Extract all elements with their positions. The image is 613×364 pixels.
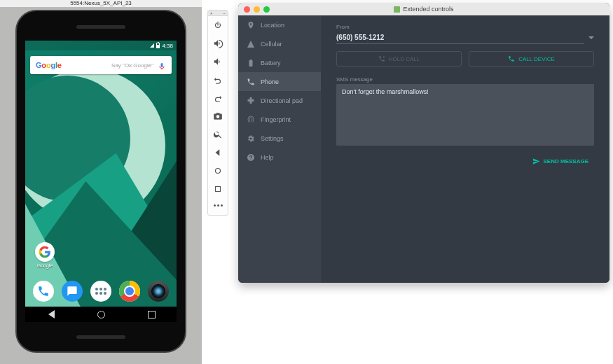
help-icon — [247, 153, 255, 162]
from-dropdown-button[interactable] — [588, 36, 594, 39]
mic-icon[interactable] — [158, 61, 166, 69]
hold-call-label: HOLD CALL — [389, 56, 420, 62]
sidebar-item-fingerprint[interactable]: Fingerprint — [238, 110, 321, 129]
extended-window-title: Extended controls — [238, 6, 609, 13]
toolbar-recents-button[interactable] — [208, 180, 228, 198]
sidebar-item-label: Help — [261, 154, 274, 161]
dpad-icon — [247, 97, 255, 105]
sidebar-item-battery[interactable]: Battery — [238, 53, 321, 72]
chin-bar — [76, 335, 125, 339]
sidebar-item-label: Directional pad — [261, 97, 303, 104]
phone-icon — [37, 285, 50, 298]
nav-recents-button[interactable] — [148, 311, 156, 318]
dock-all-apps[interactable] — [90, 281, 111, 302]
google-search-bar[interactable]: Google Say "Ok Google" — [30, 56, 172, 74]
sidebar-item-dpad[interactable]: Directional pad — [238, 91, 321, 110]
extended-sidebar: Location Cellular Battery Phone Directio… — [238, 15, 321, 283]
toolbar-back-button[interactable] — [208, 144, 228, 162]
dock-messenger-app[interactable] — [62, 281, 83, 302]
battery-icon — [247, 59, 255, 67]
nav-home-button[interactable] — [97, 311, 105, 318]
camera-tool-icon — [213, 111, 223, 121]
fingerprint-icon — [247, 115, 255, 124]
messenger-icon — [67, 286, 78, 297]
power-icon — [213, 20, 223, 30]
sidebar-item-label: Location — [261, 22, 284, 29]
dock-camera-app[interactable] — [148, 281, 169, 302]
sidebar-item-label: Fingerprint — [261, 116, 291, 123]
earpiece — [76, 25, 125, 29]
zoom-icon — [213, 130, 223, 139]
toolbar-rotate-right-button[interactable] — [208, 89, 228, 107]
toolbar-power-button[interactable] — [208, 16, 228, 34]
extended-phone-panel: From HOLD CALL CALL DEVICE SMS message — [321, 15, 609, 283]
extended-title-text: Extended controls — [403, 6, 453, 13]
volume-down-icon — [213, 57, 223, 66]
sidebar-item-label: Cellular — [261, 41, 282, 48]
status-time: 4:38 — [162, 43, 173, 49]
hold-icon — [378, 55, 385, 62]
emulator-toolbar: × − — [207, 10, 228, 216]
sidebar-item-help[interactable]: Help — [238, 148, 321, 167]
search-hint: Say "Ok Google" — [62, 62, 158, 69]
rotate-right-icon — [213, 93, 223, 103]
call-icon — [508, 55, 515, 62]
recents-icon — [213, 184, 223, 194]
send-icon — [532, 158, 540, 165]
toolbar-rotate-left-button[interactable] — [208, 71, 228, 89]
sidebar-item-cellular[interactable]: Cellular — [238, 34, 321, 53]
cellular-icon — [247, 40, 255, 48]
send-message-label: SEND MESSAGE — [544, 158, 588, 164]
google-app-icon — [35, 242, 55, 262]
hold-call-button[interactable]: HOLD CALL — [336, 51, 462, 66]
rotate-left-icon — [213, 75, 223, 85]
toolbar-volume-down-button[interactable] — [208, 52, 228, 71]
battery-icon — [156, 43, 160, 48]
send-message-button[interactable]: SEND MESSAGE — [527, 154, 594, 169]
toolbar-screenshot-button[interactable] — [208, 107, 228, 125]
from-label: From — [336, 24, 594, 30]
dock — [25, 276, 177, 307]
toolbar-titlebar[interactable]: × − — [208, 10, 228, 16]
sidebar-item-label: Settings — [261, 135, 284, 142]
signal-icon — [150, 43, 154, 48]
extended-titlebar[interactable]: Extended controls — [238, 3, 609, 15]
toolbar-close-icon[interactable]: × — [210, 11, 213, 15]
google-app-launcher[interactable]: Google — [33, 242, 57, 268]
device-frame: 4:38 Google Say "Ok Google" Google — [15, 10, 186, 353]
nav-back-button[interactable] — [47, 310, 55, 318]
sms-message-textarea[interactable] — [336, 84, 594, 146]
dock-chrome-app[interactable] — [119, 281, 140, 302]
toolbar-more-button[interactable] — [208, 198, 228, 212]
sidebar-item-label: Battery — [261, 59, 281, 66]
home-icon — [213, 166, 223, 176]
toolbar-home-button[interactable] — [208, 162, 228, 180]
google-logo: Google — [36, 61, 62, 69]
toolbar-zoom-button[interactable] — [208, 125, 228, 144]
volume-up-icon — [213, 38, 223, 48]
sidebar-item-phone[interactable]: Phone — [238, 72, 321, 91]
android-navbar — [25, 307, 177, 322]
call-device-button[interactable]: CALL DEVICE — [469, 51, 594, 66]
svg-point-0 — [216, 169, 221, 174]
sidebar-item-label: Phone — [261, 78, 279, 85]
emulator-window: 5554:Nexus_5X_API_23 4:38 Google Say "Ok… — [0, 0, 202, 364]
back-icon — [213, 148, 223, 158]
dock-phone-app[interactable] — [33, 281, 54, 302]
toolbar-volume-up-button[interactable] — [208, 34, 228, 52]
status-bar: 4:38 — [25, 41, 177, 50]
emulator-window-title: 5554:Nexus_5X_API_23 — [0, 0, 202, 7]
sidebar-item-settings[interactable]: Settings — [238, 129, 321, 148]
camera-icon — [151, 284, 165, 298]
from-number-input[interactable] — [336, 31, 584, 44]
svg-rect-1 — [216, 187, 221, 192]
extended-controls-window: Extended controls Location Cellular Batt… — [238, 3, 609, 283]
apps-grid-icon — [95, 288, 106, 295]
sidebar-item-location[interactable]: Location — [238, 15, 321, 34]
android-shield-icon — [394, 6, 400, 13]
device-screen[interactable]: 4:38 Google Say "Ok Google" Google — [25, 41, 177, 322]
toolbar-minimize-icon[interactable]: − — [223, 11, 226, 15]
sms-label: SMS message — [336, 76, 594, 83]
call-device-label: CALL DEVICE — [518, 56, 555, 62]
google-app-label: Google — [33, 263, 57, 268]
